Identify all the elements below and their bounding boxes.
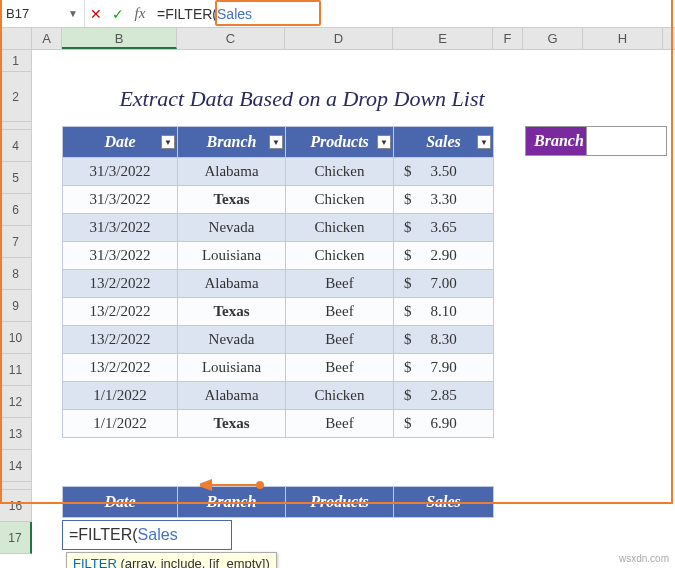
- cell-product[interactable]: Beef: [286, 298, 394, 326]
- cell-product[interactable]: Chicken: [286, 186, 394, 214]
- table-row[interactable]: 13/2/2022NevadaBeef8.30: [63, 326, 494, 354]
- cell-date[interactable]: 13/2/2022: [63, 326, 178, 354]
- row-header-4[interactable]: 4: [0, 130, 32, 162]
- cell-branch[interactable]: Louisiana: [178, 242, 286, 270]
- table-row[interactable]: 31/3/2022TexasChicken3.30: [63, 186, 494, 214]
- table-row[interactable]: 13/2/2022TexasBeef8.10: [63, 298, 494, 326]
- cell-sales[interactable]: 8.10: [394, 298, 494, 326]
- tooltip-func-link[interactable]: FILTER: [73, 556, 117, 568]
- rh-sales: Sales: [394, 487, 494, 518]
- cell-date[interactable]: 31/3/2022: [63, 158, 178, 186]
- filter-dropdown-icon[interactable]: ▼: [269, 135, 283, 149]
- cell-sales[interactable]: 2.85: [394, 382, 494, 410]
- cell-branch[interactable]: Alabama: [178, 270, 286, 298]
- cell-product[interactable]: Chicken: [286, 158, 394, 186]
- row-header-13[interactable]: 13: [0, 418, 32, 450]
- col-header-D[interactable]: D: [285, 28, 393, 49]
- cell-product[interactable]: Beef: [286, 354, 394, 382]
- select-all-corner[interactable]: [0, 28, 32, 49]
- th-sales: Sales▼: [394, 127, 494, 158]
- row-header-5[interactable]: 5: [0, 162, 32, 194]
- branch-filter: Branch: [525, 126, 667, 156]
- cell-branch[interactable]: Nevada: [178, 326, 286, 354]
- cell-branch[interactable]: Alabama: [178, 158, 286, 186]
- row-header-7[interactable]: 7: [0, 226, 32, 258]
- formula-tooltip: FILTER (array, include, [if_empty]): [66, 552, 277, 568]
- cell-date[interactable]: 1/1/2022: [63, 382, 178, 410]
- table-row[interactable]: 13/2/2022LouisianaBeef7.90: [63, 354, 494, 382]
- col-header-H[interactable]: H: [583, 28, 663, 49]
- cell-product[interactable]: Beef: [286, 326, 394, 354]
- cell-product[interactable]: Chicken: [286, 382, 394, 410]
- cell-date[interactable]: 31/3/2022: [63, 214, 178, 242]
- th-date: Date▼: [63, 127, 178, 158]
- cell-date[interactable]: 13/2/2022: [63, 270, 178, 298]
- accept-formula-button[interactable]: ✓: [107, 0, 129, 27]
- branch-filter-label: Branch: [526, 127, 586, 155]
- cell-branch[interactable]: Texas: [178, 186, 286, 214]
- chevron-down-icon[interactable]: ▼: [68, 8, 78, 19]
- col-header-C[interactable]: C: [177, 28, 285, 49]
- col-header-F[interactable]: F: [493, 28, 523, 49]
- row-header-14[interactable]: 14: [0, 450, 32, 482]
- col-header-G[interactable]: G: [523, 28, 583, 49]
- cell-sales[interactable]: 8.30: [394, 326, 494, 354]
- row-header-11[interactable]: 11: [0, 354, 32, 386]
- cell-date[interactable]: 13/2/2022: [63, 298, 178, 326]
- cell-branch[interactable]: Texas: [178, 410, 286, 438]
- table-row[interactable]: 31/3/2022LouisianaChicken2.90: [63, 242, 494, 270]
- cell-date[interactable]: 1/1/2022: [63, 410, 178, 438]
- active-cell-B17[interactable]: =FILTER(Sales: [62, 520, 232, 550]
- cells-area[interactable]: Extract Data Based on a Drop Down List D…: [32, 50, 675, 554]
- cell-sales[interactable]: 3.65: [394, 214, 494, 242]
- row-header-2[interactable]: 2: [0, 72, 32, 122]
- cell-sales[interactable]: 6.90: [394, 410, 494, 438]
- cell-sales[interactable]: 3.30: [394, 186, 494, 214]
- row-header-6[interactable]: 6: [0, 194, 32, 226]
- col-header-B[interactable]: B: [62, 28, 177, 49]
- th-branch: Branch▼: [178, 127, 286, 158]
- cell-date[interactable]: 13/2/2022: [63, 354, 178, 382]
- cell-branch[interactable]: Texas: [178, 298, 286, 326]
- row-headers: 1 2 3 4 5 6 7 8 9 10 11 12 13 14 15 16 1…: [0, 50, 32, 554]
- col-header-A[interactable]: A: [32, 28, 62, 49]
- cancel-formula-button[interactable]: ✕: [85, 0, 107, 27]
- cell-product[interactable]: Beef: [286, 270, 394, 298]
- filter-dropdown-icon[interactable]: ▼: [377, 135, 391, 149]
- row-header-12[interactable]: 12: [0, 386, 32, 418]
- cell-sales[interactable]: 7.90: [394, 354, 494, 382]
- cell-sales[interactable]: 2.90: [394, 242, 494, 270]
- table-row[interactable]: 1/1/2022TexasBeef6.90: [63, 410, 494, 438]
- table-row[interactable]: 31/3/2022AlabamaChicken3.50: [63, 158, 494, 186]
- row-header-3[interactable]: 3: [0, 122, 32, 130]
- th-products: Products▼: [286, 127, 394, 158]
- cell-date[interactable]: 31/3/2022: [63, 186, 178, 214]
- cell-product[interactable]: Chicken: [286, 214, 394, 242]
- row-header-17[interactable]: 17: [0, 522, 32, 554]
- row-header-15[interactable]: 15: [0, 482, 32, 490]
- name-box[interactable]: B17 ▼: [0, 0, 85, 27]
- table-row[interactable]: 31/3/2022NevadaChicken3.65: [63, 214, 494, 242]
- fx-icon[interactable]: fx: [129, 0, 151, 27]
- filter-dropdown-icon[interactable]: ▼: [161, 135, 175, 149]
- cell-product[interactable]: Chicken: [286, 242, 394, 270]
- row-header-10[interactable]: 10: [0, 322, 32, 354]
- row-header-9[interactable]: 9: [0, 290, 32, 322]
- row-header-8[interactable]: 8: [0, 258, 32, 290]
- cell-branch[interactable]: Louisiana: [178, 354, 286, 382]
- cell-sales[interactable]: 3.50: [394, 158, 494, 186]
- table-row[interactable]: 13/2/2022AlabamaBeef7.00: [63, 270, 494, 298]
- branch-filter-input[interactable]: [586, 127, 666, 155]
- cell-branch[interactable]: Alabama: [178, 382, 286, 410]
- filter-dropdown-icon[interactable]: ▼: [477, 135, 491, 149]
- row-header-1[interactable]: 1: [0, 50, 32, 72]
- column-headers: A B C D E F G H: [0, 28, 675, 50]
- cell-sales[interactable]: 7.00: [394, 270, 494, 298]
- table-row[interactable]: 1/1/2022AlabamaChicken2.85: [63, 382, 494, 410]
- formula-input[interactable]: =FILTER(Sales: [151, 4, 258, 24]
- row-header-16[interactable]: 16: [0, 490, 32, 522]
- cell-branch[interactable]: Nevada: [178, 214, 286, 242]
- cell-date[interactable]: 31/3/2022: [63, 242, 178, 270]
- col-header-E[interactable]: E: [393, 28, 493, 49]
- cell-product[interactable]: Beef: [286, 410, 394, 438]
